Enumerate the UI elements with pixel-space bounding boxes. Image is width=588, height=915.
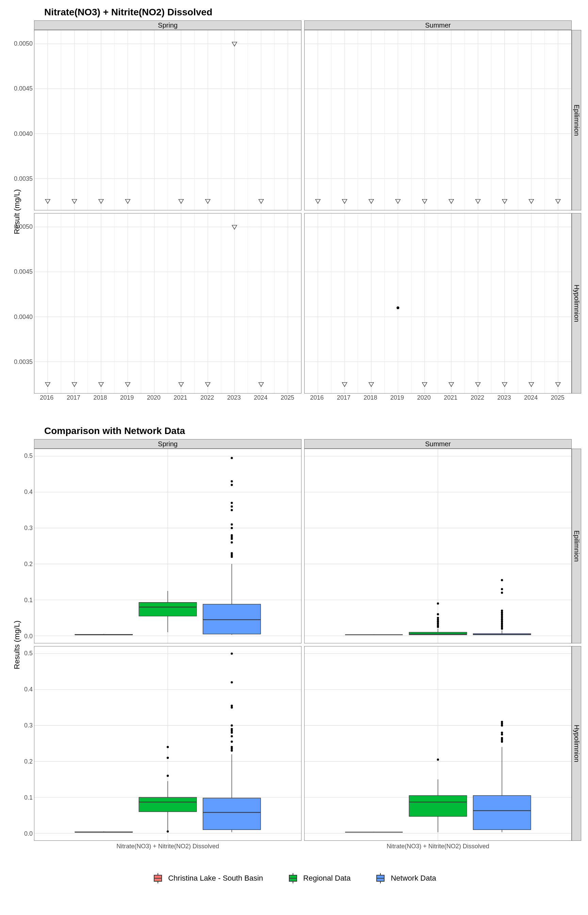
svg-point-163 [231,541,233,543]
chart-scatter-facets: Nitrate(NO3) + Nitrite(NO2) Dissolved Re… [7,7,581,402]
legend-item: Network Data [374,873,436,883]
y-tick: 0.3 [24,722,33,729]
facet2-row-epi: Epilimnion [572,449,581,643]
legend-label: Network Data [391,874,436,883]
svg-point-197 [437,603,439,605]
chart-box-facets: Comparison with Network Data Results (mg… [7,425,581,854]
svg-point-232 [167,775,169,777]
x-tick: 2024 [524,394,538,401]
y-tick: 0.4 [24,686,33,693]
x-tick: 2024 [254,394,267,401]
panel2-summer-epi [304,449,572,643]
svg-point-242 [231,741,233,743]
svg-point-241 [231,746,233,748]
y-tick: 0.0035 [14,175,33,183]
x-tick: 2023 [498,394,511,401]
facet-col-spring: Spring [34,20,302,30]
svg-point-173 [231,480,233,482]
x-tick: 2020 [147,394,161,401]
svg-point-243 [231,735,233,737]
y-tick: 0.3 [24,525,33,532]
svg-point-267 [437,758,439,760]
panel-summer-hypo [304,213,572,393]
svg-rect-270 [473,795,530,829]
y-tick: 0.5 [24,650,33,657]
x-tick: 2020 [417,394,431,401]
svg-point-213 [501,592,503,594]
svg-point-171 [231,502,233,504]
y-tick: 0.0 [24,830,33,837]
y-tick: 0.0045 [14,268,33,275]
svg-point-140 [396,306,399,309]
svg-point-174 [231,457,233,459]
svg-point-249 [231,705,233,706]
svg-rect-237 [203,798,260,829]
legend-swatch-icon [374,873,386,883]
y-tick: 0.0045 [14,85,33,92]
chart2-title: Comparison with Network Data [44,425,581,436]
chart1-ylabel: Result (mg/L) [7,30,27,393]
facet-row-hypo: Hypolimnion [572,213,581,393]
x-tick: Nitrate(NO3) + Nitrite(NO2) Dissolved [386,843,489,850]
x-tick: 2017 [337,394,351,401]
svg-rect-158 [203,604,260,634]
svg-point-251 [231,653,233,655]
svg-point-276 [501,732,503,734]
svg-point-279 [501,721,503,723]
x-tick: 2016 [40,394,53,401]
svg-point-195 [437,617,439,619]
svg-point-274 [501,737,503,739]
svg-point-166 [231,534,233,536]
facet2-col-spring: Spring [34,439,302,449]
legend-label: Regional Data [303,874,351,883]
x-tick: Nitrate(NO3) + Nitrite(NO2) Dissolved [116,843,219,850]
panel-spring-epi [34,30,302,210]
y-tick: 0.4 [24,488,33,496]
x-tick: 2018 [364,394,377,401]
svg-point-234 [167,746,169,748]
panel-summer-epi [304,30,572,210]
svg-point-212 [501,609,503,612]
svg-point-233 [167,757,169,759]
legend-swatch-icon [152,873,164,883]
x-tick: 2019 [120,394,134,401]
svg-point-167 [231,527,233,529]
y-tick: 0.0040 [14,314,33,321]
panel-spring-hypo [34,213,302,393]
y-tick: 0.2 [24,561,33,568]
legend-swatch-icon [287,873,299,883]
panel2-summer-hypo [304,646,572,841]
y-tick: 0.5 [24,453,33,459]
x-tick: 2025 [281,394,294,401]
svg-point-168 [231,523,233,525]
facet-row-epi: Epilimnion [572,30,581,210]
y-tick: 0.0050 [14,40,33,47]
svg-rect-154 [139,603,196,616]
legend-item: Regional Data [287,873,351,883]
y-tick: 0.0040 [14,130,33,137]
svg-point-247 [231,724,233,726]
x-tick: 2016 [310,394,324,401]
svg-point-196 [437,613,439,615]
x-tick: 2021 [444,394,457,401]
y-tick: 0.0 [24,633,33,640]
legend-item: Christina Lake - South Basin [152,873,263,883]
x-tick: 2025 [551,394,565,401]
svg-point-169 [231,509,233,511]
facet-col-summer: Summer [304,20,572,30]
y-tick: 0.1 [24,794,33,801]
facet2-col-summer: Summer [304,439,572,449]
y-tick: 0.1 [24,597,33,604]
y-tick: 0.0035 [14,359,33,365]
x-tick: 2021 [174,394,187,401]
svg-point-170 [231,506,233,508]
chart1-title: Nitrate(NO3) + Nitrite(NO2) Dissolved [44,7,581,18]
x-tick: 2023 [227,394,241,401]
facet2-row-hypo: Hypolimnion [572,646,581,841]
svg-point-246 [231,728,233,730]
svg-point-215 [501,579,503,581]
y-tick: 0.0050 [14,223,33,230]
x-tick: 2017 [67,394,80,401]
legend-label: Christina Lake - South Basin [168,874,263,883]
svg-point-214 [501,588,503,590]
